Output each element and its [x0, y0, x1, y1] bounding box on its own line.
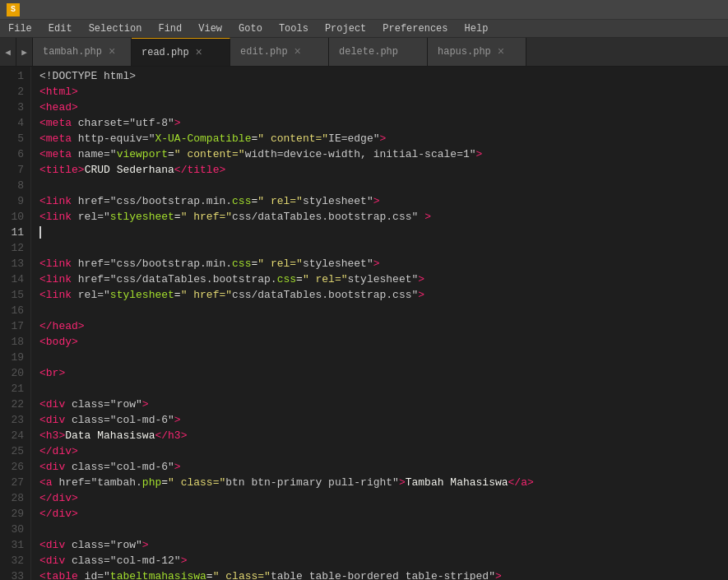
- code-line: <link rel="stylesheet=" href="css/dataTa…: [39, 287, 728, 303]
- line-number: 21: [0, 381, 24, 397]
- code-line: <br>: [39, 365, 728, 381]
- code-line: </div>: [39, 506, 728, 522]
- code-line: <a href="tambah.php=" class="btn btn-pri…: [39, 475, 728, 490]
- line-number: 16: [0, 303, 24, 318]
- code-line: <title>CRUD Sederhana</title>: [39, 162, 728, 178]
- menu-item-selection[interactable]: Selection: [81, 21, 151, 36]
- line-number: 8: [0, 178, 24, 193]
- line-number: 33: [0, 568, 24, 580]
- menu-item-project[interactable]: Project: [317, 21, 374, 36]
- line-number: 17: [0, 318, 24, 334]
- line-number: 4: [0, 115, 24, 131]
- tab-nav-left[interactable]: ◀: [0, 38, 16, 66]
- code-line: </div>: [39, 490, 728, 506]
- code-line: </div>: [39, 443, 728, 459]
- tab-close-icon[interactable]: ×: [294, 46, 301, 58]
- code-line: <meta name="viewport=" content="width=de…: [39, 146, 728, 162]
- code-line: <body>: [39, 334, 728, 350]
- line-number: 32: [0, 553, 24, 568]
- menu-item-edit[interactable]: Edit: [40, 21, 81, 36]
- line-number: 23: [0, 412, 24, 428]
- code-line: [39, 225, 728, 240]
- code-line: <div class="col-md-12">: [39, 553, 728, 568]
- line-number: 1: [0, 68, 24, 84]
- line-number: 5: [0, 131, 24, 146]
- code-line: <div class="col-md-6">: [39, 459, 728, 475]
- line-number: 26: [0, 459, 24, 475]
- line-number: 2: [0, 84, 24, 100]
- line-number: 22: [0, 397, 24, 412]
- line-number: 28: [0, 490, 24, 506]
- code-area[interactable]: <!DOCTYPE html><html> <head> <meta chars…: [31, 67, 728, 580]
- tab-label: tambah.php: [43, 46, 102, 58]
- line-number: 7: [0, 162, 24, 178]
- tab-close-icon[interactable]: ×: [196, 47, 202, 58]
- tab-label: read.php: [141, 47, 189, 58]
- code-line: <html>: [39, 84, 728, 100]
- tab-edit-php[interactable]: edit.php×: [230, 38, 329, 66]
- title-bar: S: [0, 0, 728, 20]
- tab-read-php[interactable]: read.php×: [132, 38, 230, 66]
- text-cursor: [39, 226, 41, 239]
- tab-bar: ◀ ▶ tambah.php×read.php×edit.php×delete.…: [0, 38, 728, 67]
- code-line: [39, 381, 728, 397]
- menu-item-preferences[interactable]: Preferences: [374, 21, 456, 36]
- code-line: </head>: [39, 318, 728, 334]
- code-line: <head>: [39, 100, 728, 115]
- code-line: <div class="row">: [39, 537, 728, 553]
- line-number: 3: [0, 100, 24, 115]
- line-number: 31: [0, 537, 24, 553]
- code-line: <link href="css/bootstrap.min.css=" rel=…: [39, 193, 728, 209]
- menu-bar: FileEditSelectionFindViewGotoToolsProjec…: [0, 20, 728, 38]
- line-number: 27: [0, 475, 24, 490]
- line-number: 20: [0, 365, 24, 381]
- menu-item-view[interactable]: View: [190, 21, 230, 36]
- line-number: 14: [0, 271, 24, 287]
- line-number: 25: [0, 443, 24, 459]
- code-line: <meta http-equiv="X-UA-Compatible=" cont…: [39, 131, 728, 146]
- line-number: 29: [0, 506, 24, 522]
- code-line: <link href="css/bootstrap.min.css=" rel=…: [39, 256, 728, 271]
- code-line: [39, 303, 728, 318]
- code-line: <h3>Data Mahasiswa</h3>: [39, 428, 728, 443]
- editor: 1234567891011121314151617181920212223242…: [0, 67, 728, 580]
- line-number: 9: [0, 193, 24, 209]
- line-number: 19: [0, 350, 24, 365]
- line-number: 6: [0, 146, 24, 162]
- code-line: <meta charset="utf-8">: [39, 115, 728, 131]
- tab-label: delete.php: [339, 46, 398, 58]
- line-number: 30: [0, 522, 24, 537]
- tab-hapus-php[interactable]: hapus.php×: [428, 38, 526, 66]
- code-line: <table id="tabeltmahasiswa=" class="tabl…: [39, 568, 728, 580]
- tab-close-icon[interactable]: ×: [109, 46, 115, 58]
- line-number: 12: [0, 240, 24, 256]
- code-line: <!DOCTYPE html>: [39, 68, 728, 84]
- line-number: 18: [0, 334, 24, 350]
- menu-item-help[interactable]: Help: [457, 21, 497, 36]
- line-number: 11: [0, 225, 24, 240]
- code-line: [39, 350, 728, 365]
- line-number: 13: [0, 256, 24, 271]
- tab-nav-right[interactable]: ▶: [16, 38, 33, 66]
- code-line: [39, 240, 728, 256]
- menu-item-goto[interactable]: Goto: [230, 21, 271, 36]
- line-number: 24: [0, 428, 24, 443]
- tab-label: edit.php: [240, 46, 288, 58]
- menu-item-tools[interactable]: Tools: [271, 21, 317, 36]
- tab-label: hapus.php: [438, 46, 491, 58]
- line-number: 15: [0, 287, 24, 303]
- tab-close-icon[interactable]: ×: [498, 46, 504, 58]
- code-line: [39, 178, 728, 193]
- menu-item-find[interactable]: Find: [150, 21, 190, 36]
- code-line: <link href="css/dataTables.bootstrap.css…: [39, 271, 728, 287]
- code-line: <link rel="stlyesheet=" href="css/dataTa…: [39, 209, 728, 225]
- tab-delete-php[interactable]: delete.php: [329, 38, 428, 66]
- line-number: 10: [0, 209, 24, 225]
- app-icon: S: [7, 3, 20, 16]
- tab-tambah-php[interactable]: tambah.php×: [33, 38, 132, 66]
- menu-item-file[interactable]: File: [0, 21, 40, 36]
- line-numbers: 1234567891011121314151617181920212223242…: [0, 67, 31, 580]
- code-line: <div class="row">: [39, 397, 728, 412]
- code-line: [39, 522, 728, 537]
- code-line: <div class="col-md-6">: [39, 412, 728, 428]
